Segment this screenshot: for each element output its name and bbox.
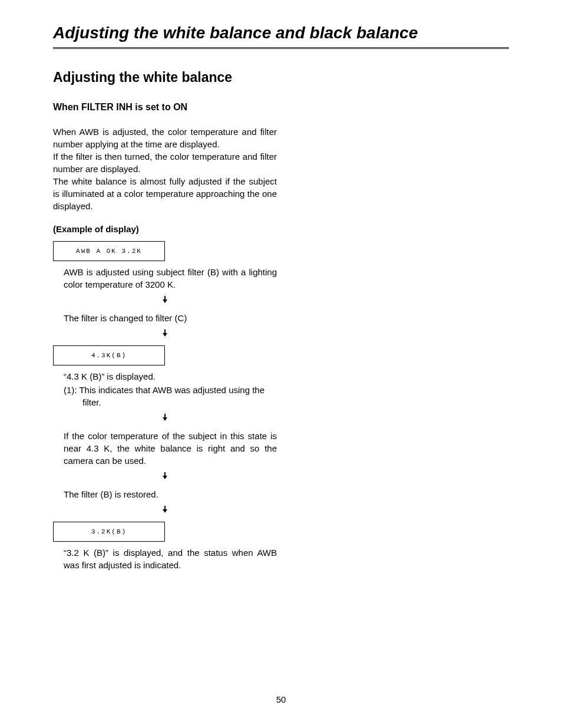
- page-number: 50: [0, 694, 562, 704]
- step-2-text: The filter is changed to filter (C): [64, 312, 277, 324]
- step-5-text: The filter (B) is restored.: [64, 488, 277, 500]
- down-arrow-icon: [53, 505, 277, 515]
- down-arrow-icon: [53, 329, 277, 338]
- display-box-3: 3.2K(B): [53, 522, 165, 542]
- example-label: (Example of display): [53, 224, 277, 234]
- step-1-text: AWB is adjusted using subject filter (B)…: [64, 266, 277, 291]
- step-4-text: If the color temperature of the subject …: [64, 430, 277, 467]
- down-arrow-icon: [53, 472, 277, 481]
- intro-p2: If the filter is then turned, the color …: [53, 151, 277, 174]
- display-box-1: AWB A OK 3.2K: [53, 241, 165, 261]
- content-column: When FILTER INH is set to ON When AWB is…: [53, 102, 277, 571]
- intro-p3: The white balance is almost fully adjust…: [53, 176, 277, 211]
- step-3b-text: (1): This indicates that AWB was adjuste…: [64, 384, 277, 409]
- section-title: Adjusting the white balance: [53, 70, 509, 85]
- step-3a-text: “4.3 K (B)” is displayed.: [64, 370, 277, 383]
- step-6-text: “3.2 K (B)” is displayed, and the status…: [64, 546, 277, 571]
- down-arrow-icon: [53, 295, 277, 305]
- intro-p1: When AWB is adjusted, the color temperat…: [53, 127, 277, 149]
- down-arrow-icon: [53, 413, 277, 423]
- display-box-2: 4.3K(B): [53, 345, 165, 365]
- intro-paragraph: When AWB is adjusted, the color temperat…: [53, 126, 277, 212]
- page-title: Adjusting the white balance and black ba…: [53, 24, 509, 49]
- subsection-title: When FILTER INH is set to ON: [53, 102, 277, 113]
